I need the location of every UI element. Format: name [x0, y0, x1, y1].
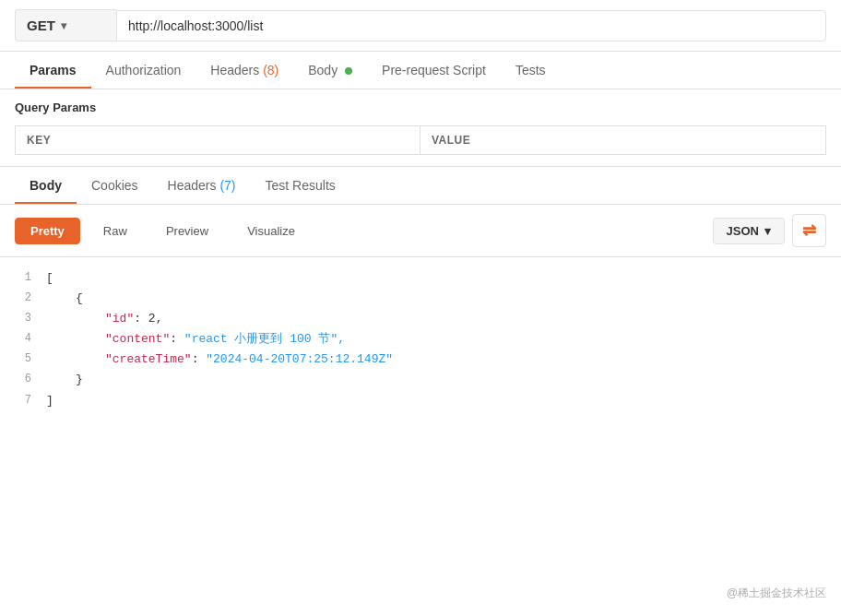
json-line-6: 6 }: [0, 370, 841, 390]
query-params-section: Query Params KEY VALUE: [0, 89, 841, 167]
json-line-1: 1 [: [0, 268, 841, 289]
url-bar: GET ▾: [0, 0, 841, 52]
json-key: "createTime": [105, 352, 192, 366]
resp-tab-headers[interactable]: Headers (7): [153, 167, 251, 204]
line-number: 6: [0, 370, 46, 388]
json-line-2: 2 {: [0, 289, 841, 309]
format-type-label: JSON: [727, 224, 759, 238]
brace: {: [76, 291, 83, 305]
resp-tab-body[interactable]: Body: [15, 167, 77, 204]
watermark: @稀土掘金技术社区: [727, 586, 826, 601]
json-line-5: 5 "createTime": "2024-04-20T07:25:12.149…: [0, 349, 841, 370]
line-number: 3: [0, 309, 46, 327]
format-btn-pretty[interactable]: Pretty: [15, 218, 80, 244]
line-number: 1: [0, 268, 46, 287]
response-tabs-left: Body Cookies Headers (7) Test Results: [15, 167, 350, 204]
request-tabs: Params Authorization Headers (8) Body Pr…: [0, 52, 841, 89]
params-table-header: KEY VALUE: [15, 125, 826, 155]
json-value: "react 小册更到 100 节",: [184, 332, 345, 346]
line-number: 4: [0, 329, 46, 348]
tab-tests[interactable]: Tests: [501, 52, 561, 89]
tab-params[interactable]: Params: [15, 52, 91, 89]
chevron-down-icon: ▾: [764, 224, 771, 238]
resp-tab-test-results[interactable]: Test Results: [251, 167, 350, 204]
format-toolbar: Pretty Raw Preview Visualize JSON ▾ ⇌: [0, 205, 841, 257]
wrap-icon: ⇌: [802, 220, 816, 241]
json-line-7: 7 ]: [0, 391, 841, 411]
format-type-select[interactable]: JSON ▾: [713, 218, 785, 244]
chevron-down-icon: ▾: [61, 19, 66, 32]
json-body: 1 [ 2 { 3 "id": 2, 4 "content": "react 小…: [0, 257, 841, 422]
line-number: 5: [0, 349, 46, 368]
json-key: "content": [105, 332, 170, 346]
tab-body[interactable]: Body: [293, 52, 367, 89]
resp-tab-cookies[interactable]: Cookies: [77, 167, 153, 204]
method-label: GET: [27, 18, 55, 33]
format-btn-preview[interactable]: Preview: [150, 218, 224, 244]
query-params-title: Query Params: [15, 101, 826, 114]
method-select[interactable]: GET ▾: [15, 9, 116, 41]
json-line-3: 3 "id": 2,: [0, 309, 841, 329]
line-number: 2: [0, 289, 46, 307]
bracket: ]: [46, 394, 53, 408]
tab-authorization[interactable]: Authorization: [91, 52, 196, 89]
json-value: "2024-04-20T07:25:12.149Z": [206, 352, 393, 366]
tab-pre-request-script[interactable]: Pre-request Script: [367, 52, 501, 89]
response-tabs: Body Cookies Headers (7) Test Results: [0, 167, 841, 205]
json-line-4: 4 "content": "react 小册更到 100 节",: [0, 329, 841, 349]
bracket: [: [46, 271, 53, 285]
format-btn-raw[interactable]: Raw: [88, 218, 143, 244]
wrap-button[interactable]: ⇌: [792, 214, 826, 247]
url-input[interactable]: [116, 10, 826, 41]
line-number: 7: [0, 391, 46, 409]
brace: }: [76, 373, 83, 386]
json-value: 2,: [148, 312, 163, 326]
json-key: "id": [105, 312, 134, 326]
tab-headers[interactable]: Headers (8): [195, 52, 293, 89]
value-column-header: VALUE: [420, 126, 825, 154]
key-column-header: KEY: [16, 126, 420, 154]
format-btn-visualize[interactable]: Visualize: [231, 218, 311, 244]
